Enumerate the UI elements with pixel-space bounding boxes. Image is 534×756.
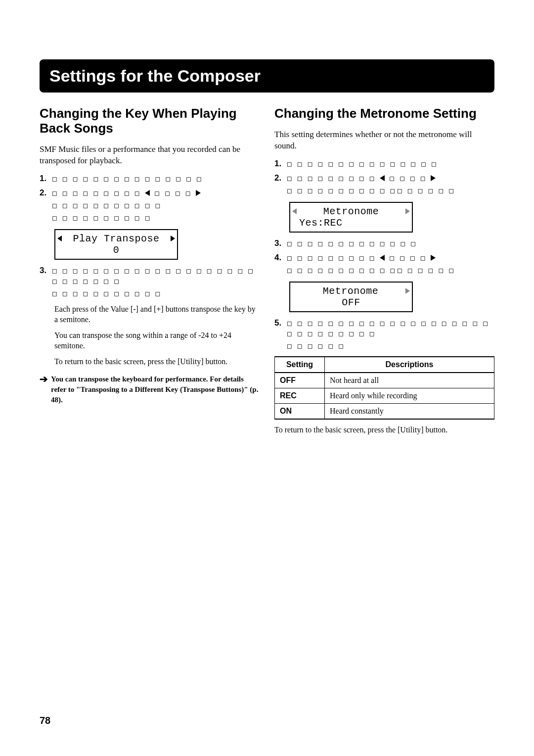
arrow-left-icon xyxy=(145,190,150,196)
left-note-1: Each press of the Value [-] and [+] butt… xyxy=(54,304,260,325)
placeholder-text: □ □ □ □ □ □ □ □ □ □ □ □ □ □ □ □ □ □ □ □ … xyxy=(287,318,494,339)
placeholder-text: □ □ □ □ □ □ xyxy=(398,265,454,276)
footnote-text: You can transpose the keyboard for perfo… xyxy=(51,374,260,405)
left-heading: Changing the Key When Playing Back Songs xyxy=(40,106,260,136)
placeholder-text: □ □ □ □ □ □ □ □ □ □ □ □ □ xyxy=(287,238,416,249)
placeholder-text: □ □ □ □ □ □ xyxy=(398,186,454,196)
right-return-note: To return to the basic screen, press the… xyxy=(274,425,494,435)
placeholder-text: □ □ □ □ □ □ □ □ □ □ □ xyxy=(52,288,161,299)
step-number: 3. xyxy=(274,238,287,248)
placeholder-text: □ □ □ □ xyxy=(390,173,426,184)
table-cell-key: REC xyxy=(275,388,325,403)
step-number: 2. xyxy=(40,188,52,198)
right-step-5: 5. □ □ □ □ □ □ □ □ □ □ □ □ □ □ □ □ □ □ □… xyxy=(274,318,494,351)
placeholder-text: □ □ □ □ □ □ □ □ □ □ □ □ □ □ □ xyxy=(287,159,437,169)
page-number: 78 xyxy=(40,715,50,726)
arrow-left-icon xyxy=(380,255,385,261)
right-step-4: 4. □ □ □ □ □ □ □ □ □ □ □ □ □ □ □ □ □ □ □… xyxy=(274,253,494,276)
placeholder-text: □ □ □ □ □ □ xyxy=(287,341,344,351)
right-intro: This setting determines whether or not t… xyxy=(274,129,494,152)
lcd-line1: Play Transpose xyxy=(73,233,159,244)
arrow-right-icon xyxy=(196,190,201,196)
lcd-arrow-right-icon xyxy=(405,288,410,294)
table-header-descriptions: Descriptions xyxy=(325,357,494,373)
left-step-2: 2. □ □ □ □ □ □ □ □ □ □ □ □ □ □ □ □ □ □ □… xyxy=(40,188,260,223)
lcd-display-metronome-1: Metronome Yes:REC xyxy=(289,202,413,233)
table-cell-key: OFF xyxy=(275,373,325,388)
left-intro: SMF Music files or a performance that yo… xyxy=(40,144,260,167)
placeholder-text: □ □ □ □ □ □ □ □ □ □ □ xyxy=(287,265,396,276)
page-title: Settings for the Composer xyxy=(40,59,494,93)
placeholder-text: □ □ □ □ xyxy=(155,188,191,198)
placeholder-text: □ □ □ □ xyxy=(390,253,426,263)
table-cell-value: Heard constantly xyxy=(325,403,494,419)
step-number: 4. xyxy=(274,253,287,263)
left-footnote: ➔ You can transpose the keyboard for per… xyxy=(40,374,260,405)
left-step-3: 3. □ □ □ □ □ □ □ □ □ □ □ □ □ □ □ □ □ □ □… xyxy=(40,266,260,299)
lcd-display-transpose: Play Transpose 0 xyxy=(54,229,178,260)
step-number: 2. xyxy=(274,173,287,183)
placeholder-text: □ □ □ □ □ □ □ □ □ □ □ xyxy=(287,186,396,196)
step-number: 1. xyxy=(274,159,287,169)
table-cell-value: Not heard at all xyxy=(325,373,494,388)
lcd-arrow-left-icon xyxy=(57,236,62,241)
step-number: 5. xyxy=(274,318,287,328)
placeholder-text: □ □ □ □ □ □ □ □ □ □ □ □ □ □ □ □ □ □ □ □ … xyxy=(52,266,260,286)
metronome-settings-table: Setting Descriptions OFF Not heard at al… xyxy=(274,356,494,420)
arrow-right-icon: ➔ xyxy=(40,374,48,384)
right-step-2: 2. □ □ □ □ □ □ □ □ □ □ □ □ □ □ □ □ □ □ □… xyxy=(274,173,494,196)
right-column: Changing the Metronome Setting This sett… xyxy=(274,106,494,438)
right-step-3: 3. □ □ □ □ □ □ □ □ □ □ □ □ □ xyxy=(274,238,494,249)
left-column: Changing the Key When Playing Back Songs… xyxy=(40,106,260,438)
arrow-right-icon xyxy=(431,175,436,181)
right-heading: Changing the Metronome Setting xyxy=(274,106,494,121)
lcd-arrow-right-icon xyxy=(171,236,175,241)
lcd-arrow-right-icon xyxy=(405,208,410,214)
left-step-1: 1. □ □ □ □ □ □ □ □ □ □ □ □ □ □ □ xyxy=(40,174,260,184)
lcd-line1: Metronome xyxy=(297,285,404,297)
placeholder-text: □ □ □ □ □ □ □ □ □ □ □ □ □ □ □ xyxy=(52,174,202,184)
step-number: 3. xyxy=(40,266,52,276)
placeholder-text: □ □ □ □ □ □ □ □ □ □ □ xyxy=(52,200,161,211)
table-header-setting: Setting xyxy=(275,357,325,373)
lcd-line2: Yes:REC xyxy=(292,217,410,229)
table-row: ON Heard constantly xyxy=(275,403,494,419)
arrow-left-icon xyxy=(380,175,385,181)
step-number: 1. xyxy=(40,174,52,184)
lcd-line2: OFF xyxy=(292,297,410,308)
placeholder-text: □ □ □ □ □ □ □ □ □ xyxy=(52,188,140,198)
left-note-2: You can transpose the song within a rang… xyxy=(54,330,260,351)
left-note-3: To return to the basic screen, press the… xyxy=(54,356,260,367)
table-row: OFF Not heard at all xyxy=(275,373,494,388)
lcd-arrow-left-icon xyxy=(292,208,297,214)
table-cell-value: Heard only while recording xyxy=(325,388,494,403)
lcd-line1: Metronome xyxy=(298,206,404,217)
lcd-display-metronome-2: Metronome OFF xyxy=(289,282,413,312)
lcd-line2: 0 xyxy=(57,244,175,256)
placeholder-text: □ □ □ □ □ □ □ □ □ xyxy=(287,253,375,263)
table-cell-key: ON xyxy=(275,403,325,419)
placeholder-text: □ □ □ □ □ □ □ □ □ □ xyxy=(52,213,150,223)
placeholder-text: □ □ □ □ □ □ □ □ □ xyxy=(287,173,375,184)
arrow-right-icon xyxy=(431,255,436,261)
right-step-1: 1. □ □ □ □ □ □ □ □ □ □ □ □ □ □ □ xyxy=(274,159,494,169)
table-row: REC Heard only while recording xyxy=(275,388,494,403)
